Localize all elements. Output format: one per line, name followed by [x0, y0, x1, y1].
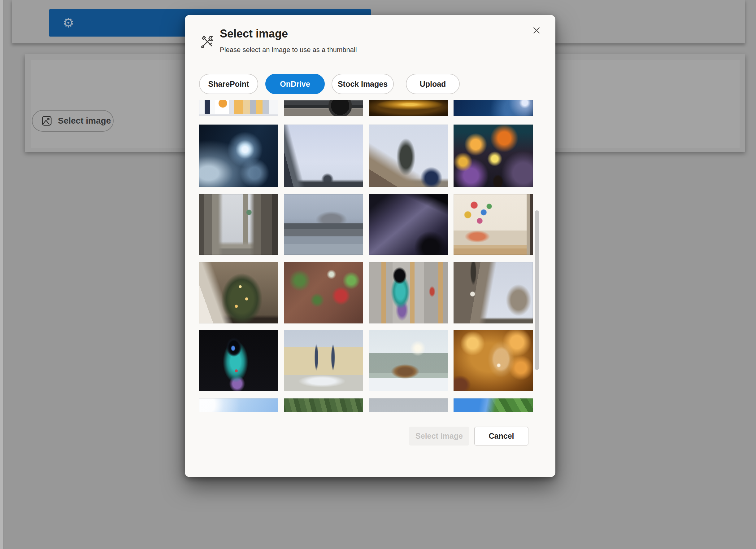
grid-row	[199, 124, 533, 187]
tile-oslo-street-clocktower[interactable]	[199, 194, 278, 255]
grid-row	[199, 100, 533, 116]
left-scroll-rail[interactable]	[0, 0, 4, 549]
grid-row	[199, 262, 533, 324]
image-grid	[199, 100, 533, 412]
tab-upload[interactable]: Upload	[406, 74, 460, 94]
tile-christmas-tree-staircase[interactable]	[199, 262, 278, 324]
grid-scrollbar-thumb[interactable]	[535, 210, 539, 370]
grid-row	[199, 194, 533, 255]
grid-row	[199, 399, 533, 412]
tile-green-trees[interactable]	[284, 399, 363, 412]
tile-nobel-peace-center[interactable]	[284, 330, 363, 391]
tile-light-bulb-bokeh[interactable]	[454, 330, 533, 391]
tile-cosplay-portrait-dark[interactable]	[199, 330, 278, 391]
tile-dark-sculpture-abstract[interactable]	[369, 194, 448, 255]
tile-oslo-cathedral[interactable]	[454, 262, 533, 324]
grid-row	[199, 330, 533, 391]
image-icon	[41, 115, 53, 127]
tile-living-room-gallery-wall[interactable]	[454, 194, 533, 255]
tile-winter-waterfall[interactable]	[369, 330, 448, 391]
tile-car-front-wheel[interactable]	[284, 100, 363, 116]
tab-sharepoint[interactable]: SharePoint	[199, 74, 258, 94]
gear-icon: ⚙	[63, 16, 74, 29]
tile-snowflake-macro[interactable]	[199, 124, 278, 187]
tile-blue-sky-clouds[interactable]	[199, 399, 278, 412]
dialog-title: Select image	[220, 27, 288, 40]
tab-stock-images[interactable]: Stock Images	[332, 74, 394, 94]
dialog-subtitle: Please select an image to use as a thumb…	[220, 46, 357, 54]
tab-ondrive[interactable]: OnDrive	[265, 74, 325, 94]
tile-christmas-bokeh-ornament[interactable]	[284, 262, 363, 324]
tile-akershus-fortress[interactable]	[284, 194, 363, 255]
background-select-image-label: Select image	[58, 116, 111, 126]
tile-car-roof-gray-sky[interactable]	[369, 399, 448, 412]
select-image-dialog: Select image Please select an image to u…	[185, 15, 555, 477]
tile-city-street-sky[interactable]	[284, 124, 363, 187]
background-select-image-button[interactable]: Select image	[32, 110, 114, 132]
close-button[interactable]	[529, 23, 544, 38]
tile-checklist-boxes-illustration[interactable]	[199, 100, 278, 116]
tile-cosplay-mannequin-mall[interactable]	[369, 262, 448, 324]
tools-icon	[200, 34, 215, 49]
select-image-button[interactable]: Select image	[409, 427, 469, 446]
tile-escalator-statue[interactable]	[369, 124, 448, 187]
close-icon	[532, 26, 541, 35]
tile-golden-building-aerial[interactable]	[369, 100, 448, 116]
cancel-button[interactable]: Cancel	[474, 427, 528, 446]
tile-blue-bokeh-frost[interactable]	[454, 100, 533, 116]
tile-night-market-bokeh[interactable]	[454, 124, 533, 187]
tile-sky-and-foliage[interactable]	[454, 399, 533, 412]
